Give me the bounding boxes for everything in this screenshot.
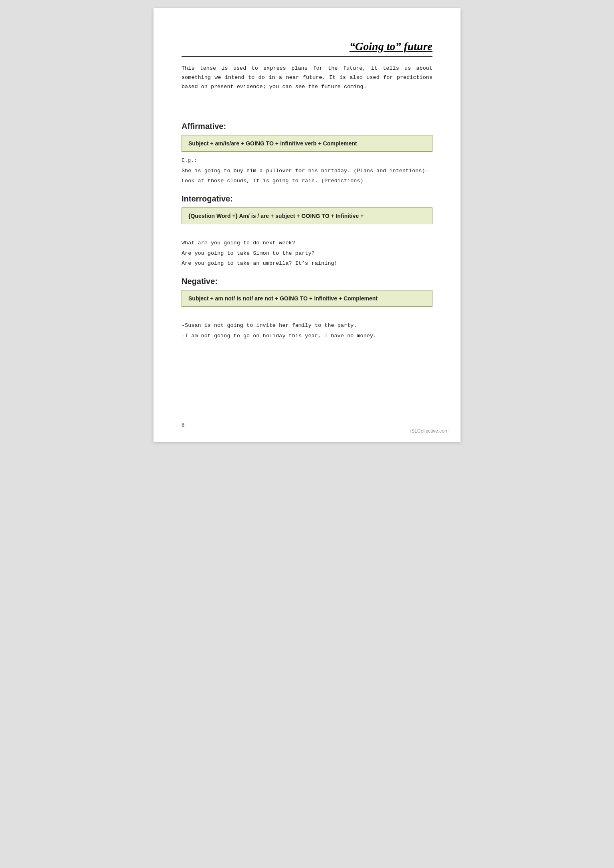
affirmative-examples: E.g.: She is going to buy him a pullover…: [182, 157, 432, 186]
interrogative-example-1: What are you going to do next week?: [182, 238, 432, 248]
negative-formula: Subject + am not/ is not/ are not + GOIN…: [182, 290, 432, 307]
affirmative-formula: Subject + am/is/are + GOING TO + Infinit…: [182, 135, 432, 152]
interrogative-examples: What are you going to do next week? Are …: [182, 238, 432, 269]
affirmative-heading: Affirmative:: [182, 122, 432, 131]
affirmative-example-1: She is going to buy him a pullover for h…: [182, 166, 432, 176]
page-number: 8: [182, 422, 184, 428]
example-label: E.g.:: [182, 157, 432, 163]
negative-example-2: -I am not going to go on holiday this ye…: [182, 331, 432, 341]
main-title: “Going to” future: [349, 40, 432, 52]
negative-examples: -Susan is not going to invite her family…: [182, 320, 432, 341]
affirmative-example-2: Look at those clouds, it is going to rai…: [182, 176, 432, 186]
interrogative-example-3: Are you going to take an umbrella? It’s …: [182, 258, 432, 269]
interrogative-heading: Interrogative:: [182, 194, 432, 203]
title-section: “Going to” future: [182, 40, 432, 57]
interrogative-formula: {Question Word +} Am/ is / are + subject…: [182, 207, 432, 224]
intro-paragraph: This tense is used to express plans for …: [182, 64, 432, 92]
interrogative-example-2: Are you going to take Simon to the party…: [182, 248, 432, 259]
document-page: “Going to” future This tense is used to …: [154, 8, 460, 442]
negative-example-1: -Susan is not going to invite her family…: [182, 320, 432, 331]
negative-heading: Negative:: [182, 277, 432, 286]
watermark: iSLCollective.com: [410, 428, 448, 434]
